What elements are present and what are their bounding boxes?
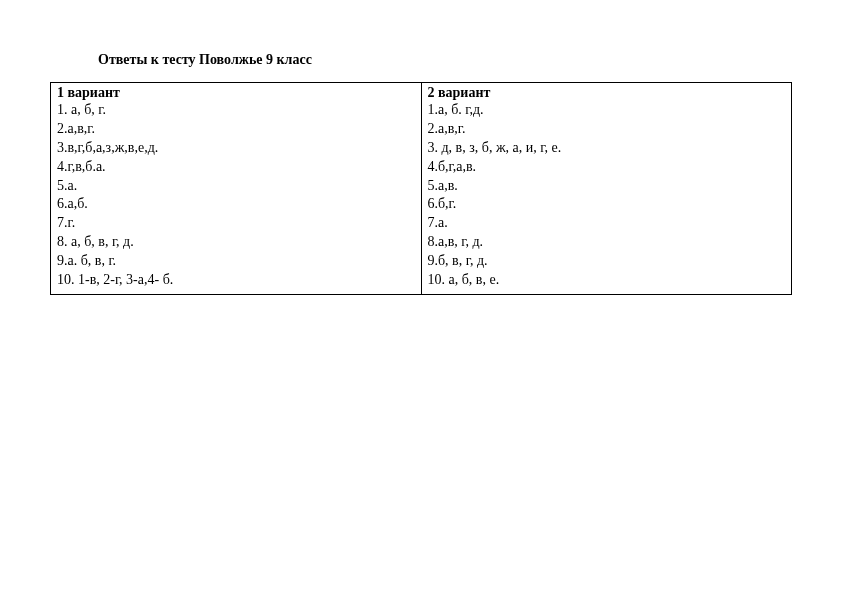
- variant1-cell: 1 вариант 1. а, б, г. 2.а,в,г. 3.в,г,б,а…: [51, 83, 422, 295]
- variant1-line: 1. а, б, г.: [57, 101, 415, 120]
- variant1-line: 7.г.: [57, 214, 415, 233]
- variant1-header: 1 вариант: [57, 85, 415, 101]
- variant2-line: 4.б,г,а,в.: [428, 158, 786, 177]
- variant2-line: 10. а, б, в, е.: [428, 271, 786, 290]
- variant1-line: 2.а,в,г.: [57, 120, 415, 139]
- variant1-line: 10. 1-в, 2-г, 3-а,4- б.: [57, 271, 415, 290]
- answers-table: 1 вариант 1. а, б, г. 2.а,в,г. 3.в,г,б,а…: [50, 82, 792, 295]
- variant1-line: 9.а. б, в, г.: [57, 252, 415, 271]
- variant2-line: 5.а,в.: [428, 177, 786, 196]
- variant2-line: 9.б, в, г, д.: [428, 252, 786, 271]
- variant2-line: 6.б,г.: [428, 195, 786, 214]
- variant1-line: 4.г,в,б.а.: [57, 158, 415, 177]
- variant1-line: 6.а,б.: [57, 195, 415, 214]
- variant1-line: 5.а.: [57, 177, 415, 196]
- variant1-line: 8. а, б, в, г, д.: [57, 233, 415, 252]
- variant2-line: 8.а,в, г, д.: [428, 233, 786, 252]
- variant2-cell: 2 вариант 1.а, б. г,д. 2.а,в,г. 3. д, в,…: [421, 83, 792, 295]
- document-title: Ответы к тесту Поволжье 9 класс: [98, 52, 792, 68]
- variant2-line: 7.а.: [428, 214, 786, 233]
- variant2-line: 1.а, б. г,д.: [428, 101, 786, 120]
- variant2-line: 3. д, в, з, б, ж, а, и, г, е.: [428, 139, 786, 158]
- variant2-line: 2.а,в,г.: [428, 120, 786, 139]
- variant1-line: 3.в,г,б,а,з,ж,в,е,д.: [57, 139, 415, 158]
- variant2-header: 2 вариант: [428, 85, 786, 101]
